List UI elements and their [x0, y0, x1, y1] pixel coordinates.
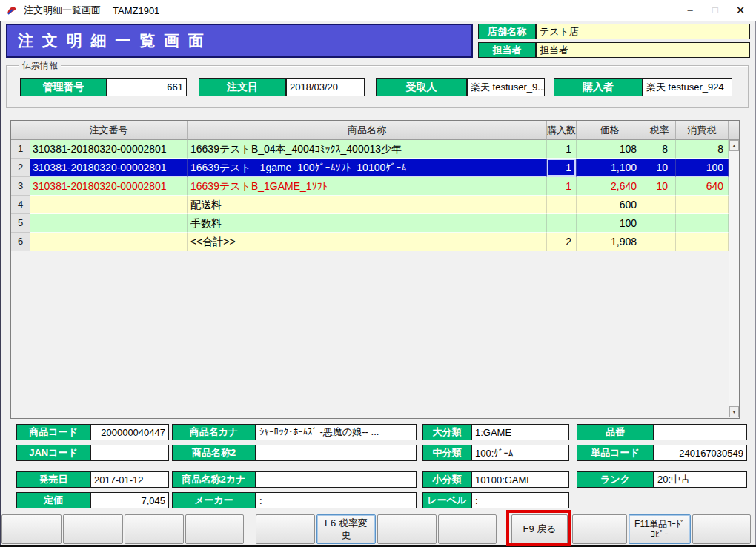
cell-product-name[interactable]: 16639テストB_04本_4004ｺﾐｯｸｽ_400013少年 — [188, 140, 547, 159]
vertical-scrollbar[interactable]: ▲ ▼ — [729, 140, 739, 417]
jan-code-value[interactable] — [90, 445, 169, 461]
rank-value[interactable]: 20:中古 — [654, 471, 747, 488]
fkey-f12-button[interactable] — [692, 514, 751, 544]
fkey-f2-button[interactable] — [63, 514, 123, 544]
cell-qty[interactable]: 1 — [547, 159, 577, 177]
part-number-value[interactable] — [654, 424, 747, 440]
product-name2-kana-value[interactable] — [256, 471, 417, 488]
store-name-value[interactable]: テスト店 — [536, 24, 750, 39]
cell-order-no[interactable]: 310381-20180320-00002801 — [30, 159, 188, 177]
cell-product-name[interactable]: 16639テストB_1GAME_1ｿﾌﾄ — [188, 177, 547, 196]
fkey-f6-tax-rate-change-button[interactable]: F6 税率変更 — [316, 514, 376, 544]
recipient-value[interactable]: 楽天 testuser_9... — [467, 78, 545, 96]
window-left-edge — [0, 21, 1, 545]
cell-price[interactable]: 1,100 — [577, 159, 643, 177]
order-date-value[interactable]: 2018/03/20 — [286, 78, 365, 96]
fkey-f11-item-code-copy-button[interactable]: F11単品ｺｰﾄﾞ ｺﾋﾟｰ — [629, 514, 691, 544]
cell-tax[interactable] — [676, 233, 729, 251]
product-code-value[interactable]: 200000040447 — [90, 424, 169, 440]
col-header-qty[interactable]: 購入数 — [547, 121, 577, 140]
fkey-f10-button[interactable] — [572, 514, 627, 544]
cell-order-no[interactable]: 310381-20180320-00002801 — [30, 177, 188, 196]
fkey-f3-button[interactable] — [125, 514, 184, 544]
table-row[interactable]: 1310381-20180320-0000280116639テストB_04本_4… — [11, 140, 729, 159]
cell-tax[interactable]: 8 — [676, 140, 729, 159]
cell-price[interactable]: 108 — [577, 140, 643, 159]
cell-tax-rate[interactable]: 10 — [643, 159, 676, 177]
fkey-f9-back-button[interactable]: F9 戻る — [511, 514, 568, 544]
cell-qty[interactable] — [547, 214, 577, 233]
purchaser-value[interactable]: 楽天 testuser_924 — [643, 78, 732, 96]
col-header-tax-rate[interactable]: 税率 — [643, 121, 676, 140]
fkey-f7-button[interactable] — [377, 514, 437, 544]
cell-qty[interactable] — [547, 196, 577, 214]
cell-order-no[interactable]: 310381-20180320-00002801 — [30, 140, 188, 159]
minimize-button[interactable]: – — [677, 1, 703, 19]
cell-price[interactable]: 1,908 — [577, 233, 643, 251]
purchaser-label: 購入者 — [554, 78, 643, 96]
cell-product-name[interactable]: 16639テスト _1game_100ｹﾞｰﾑｿﾌﾄ_10100ｹﾞｰﾑ — [188, 159, 547, 177]
maker-label: メーカー — [172, 492, 256, 508]
product-code-label: 商品コード — [16, 424, 90, 440]
fkey-f8-button[interactable] — [438, 514, 497, 544]
control-number-value[interactable]: 661 — [107, 78, 187, 96]
major-class-value[interactable]: 1:GAME — [471, 424, 569, 440]
table-row[interactable]: 3310381-20180320-0000280116639テストB_1GAME… — [11, 177, 729, 196]
cell-product-name[interactable]: 配送料 — [188, 196, 547, 214]
fkey-f5-button[interactable] — [256, 514, 315, 544]
recipient-label: 受取人 — [376, 78, 467, 96]
item-code-value[interactable]: 240167030549 — [654, 445, 747, 461]
scroll-up-icon[interactable]: ▲ — [729, 140, 739, 151]
product-name2-value[interactable] — [256, 445, 417, 461]
mid-class-value[interactable]: 100:ｹﾞｰﾑ — [471, 445, 569, 461]
cell-order-no[interactable] — [30, 214, 188, 233]
staff-value[interactable]: 担当者 — [536, 42, 750, 58]
cell-price[interactable]: 100 — [577, 214, 643, 233]
table-row[interactable]: 6<<合計>>21,908 — [11, 233, 729, 251]
cell-order-no[interactable] — [30, 233, 188, 251]
minor-class-value[interactable]: 10100:GAME — [471, 471, 569, 488]
col-header-product-name[interactable]: 商品名称 — [188, 121, 547, 140]
part-number-label: 品番 — [577, 424, 654, 440]
cell-tax-rate[interactable] — [643, 196, 676, 214]
mid-class-label: 中分類 — [422, 445, 471, 461]
window-controls: – □ ✕ — [677, 1, 753, 19]
table-row[interactable]: 5手数料100 — [11, 214, 729, 233]
maker-value[interactable]: : — [256, 492, 417, 508]
cell-price[interactable]: 2,640 — [577, 177, 643, 196]
maximize-button[interactable]: □ — [703, 1, 728, 19]
cell-tax[interactable]: 100 — [676, 159, 729, 177]
cell-qty[interactable]: 1 — [547, 140, 577, 159]
slip-info-group-label: 伝票情報 — [19, 59, 61, 72]
col-header-tax[interactable]: 消費税 — [676, 121, 729, 140]
cell-product-name[interactable]: 手数料 — [188, 214, 547, 233]
cell-tax-rate[interactable]: 8 — [643, 140, 676, 159]
table-row[interactable]: 4配送料600 — [11, 196, 729, 214]
list-price-value[interactable]: 7,045 — [90, 492, 169, 508]
cell-qty[interactable]: 2 — [547, 233, 577, 251]
fkey-f4-button[interactable] — [185, 514, 244, 544]
cell-tax[interactable] — [676, 214, 729, 233]
cell-price[interactable]: 600 — [577, 196, 643, 214]
row-number: 6 — [11, 233, 30, 251]
cell-tax[interactable] — [676, 196, 729, 214]
rank-label: ランク — [577, 471, 654, 488]
table-row[interactable]: 2310381-20180320-0000280116639テスト _1game… — [11, 159, 729, 177]
fkey-f1-button[interactable] — [1, 514, 62, 544]
col-header-price[interactable]: 価格 — [577, 121, 643, 140]
product-kana-value[interactable]: ｼｬｰﾛｯｸ･ﾎｰﾑｽﾞ -悪魔の娘-- ... — [256, 424, 417, 440]
cell-product-name[interactable]: <<合計>> — [188, 233, 547, 251]
scroll-down-icon[interactable]: ▼ — [729, 406, 739, 417]
record-label-value[interactable]: : — [471, 492, 569, 508]
window-titlebar: 注文明細一覧画面 TAMZ1901 – □ ✕ — [0, 0, 756, 21]
order-date-label: 注文日 — [199, 78, 286, 96]
close-button[interactable]: ✕ — [728, 1, 753, 19]
cell-order-no[interactable] — [30, 196, 188, 214]
cell-qty[interactable]: 1 — [547, 177, 577, 196]
release-date-value[interactable]: 2017-01-12 — [90, 471, 169, 488]
cell-tax[interactable]: 640 — [676, 177, 729, 196]
cell-tax-rate[interactable]: 10 — [643, 177, 676, 196]
col-header-order-no[interactable]: 注文番号 — [30, 121, 188, 140]
cell-tax-rate[interactable] — [643, 214, 676, 233]
cell-tax-rate[interactable] — [643, 233, 676, 251]
